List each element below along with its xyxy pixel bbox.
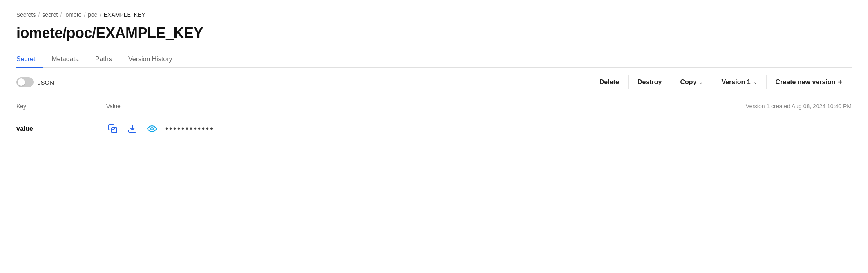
- version-info: Version 1 created Aug 08, 2024 10:40 PM: [746, 103, 852, 110]
- breadcrumb-sep-1: /: [38, 11, 40, 18]
- version-chevron-icon: ⌄: [753, 79, 757, 85]
- tab-version-history[interactable]: Version History: [120, 51, 181, 68]
- row-value-wrap: ••••••••••••: [106, 123, 852, 134]
- tab-paths[interactable]: Paths: [87, 51, 120, 68]
- version-dropdown-button[interactable]: Version 1 ⌄: [712, 75, 766, 89]
- breadcrumb-secrets[interactable]: Secrets: [16, 11, 36, 18]
- breadcrumb: Secrets / secret / iomete / poc / EXAMPL…: [16, 11, 852, 18]
- json-toggle[interactable]: [16, 77, 34, 87]
- version-label: Version 1: [721, 78, 750, 86]
- toggle-knob: [18, 78, 25, 86]
- eye-icon: [147, 124, 157, 134]
- clipboard-icon: [108, 124, 118, 134]
- plus-icon: +: [838, 78, 843, 87]
- page-title: iomete/poc/EXAMPLE_KEY: [16, 25, 852, 42]
- breadcrumb-example-key: EXAMPLE_KEY: [104, 11, 145, 18]
- destroy-button[interactable]: Destroy: [629, 75, 671, 89]
- page-container: Secrets / secret / iomete / poc / EXAMPL…: [0, 0, 868, 154]
- create-new-version-button[interactable]: Create new version +: [767, 74, 852, 90]
- toolbar-actions: Delete Destroy Copy ⌄ Version 1 ⌄ Create…: [591, 74, 852, 90]
- json-toggle-label: JSON: [38, 79, 54, 86]
- toolbar: JSON Delete Destroy Copy ⌄ Version 1 ⌄ C…: [16, 68, 852, 97]
- download-icon: [128, 124, 137, 134]
- breadcrumb-sep-3: /: [84, 11, 85, 18]
- svg-point-2: [151, 128, 153, 130]
- table-header: Key Value Version 1 created Aug 08, 2024…: [16, 97, 852, 114]
- col-header-value: Value: [106, 103, 746, 110]
- tabs-container: Secret Metadata Paths Version History: [16, 51, 852, 68]
- breadcrumb-sep-4: /: [100, 11, 101, 18]
- breadcrumb-iomete[interactable]: iomete: [64, 11, 81, 18]
- reveal-button[interactable]: [145, 123, 159, 134]
- tab-metadata[interactable]: Metadata: [43, 51, 87, 68]
- copy-label: Copy: [680, 78, 696, 86]
- copy-to-clipboard-button[interactable]: [106, 123, 119, 134]
- json-toggle-wrap: JSON: [16, 77, 591, 87]
- table-row: value: [16, 114, 852, 142]
- copy-chevron-icon: ⌄: [699, 79, 703, 85]
- tab-secret[interactable]: Secret: [16, 51, 43, 68]
- delete-button[interactable]: Delete: [591, 75, 629, 89]
- svg-rect-0: [112, 128, 117, 133]
- breadcrumb-secret[interactable]: secret: [42, 11, 58, 18]
- row-key: value: [16, 125, 106, 132]
- breadcrumb-sep-2: /: [60, 11, 62, 18]
- masked-secret-value: ••••••••••••: [165, 124, 214, 133]
- col-header-key: Key: [16, 103, 106, 110]
- copy-dropdown-button[interactable]: Copy ⌄: [671, 75, 712, 89]
- breadcrumb-poc[interactable]: poc: [88, 11, 97, 18]
- create-new-label: Create new version: [776, 78, 836, 86]
- download-button[interactable]: [126, 123, 139, 134]
